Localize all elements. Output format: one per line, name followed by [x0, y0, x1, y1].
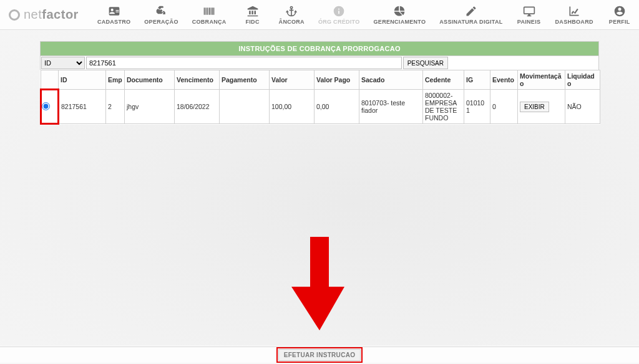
nav-ancora-label: ÂNCORA — [279, 19, 305, 25]
exibir-button[interactable]: EXIBIR — [520, 102, 549, 112]
logo-ring-icon — [9, 9, 20, 21]
efetuar-highlight: EFETUAR INSTRUCAO — [276, 347, 363, 363]
cell-documento: jhgv — [125, 90, 175, 124]
nav-orgcredito-label: ÓRG CRÉDITO — [318, 19, 360, 25]
user-circle-icon — [613, 5, 627, 17]
cell-liquidado: NÃO — [565, 90, 600, 124]
cell-vencimento: 18/06/2022 — [175, 90, 220, 124]
edit-icon — [464, 5, 478, 17]
col-sacado: Sacado — [359, 70, 423, 90]
handshake-icon — [155, 5, 168, 17]
logo-text-1: net — [24, 7, 42, 22]
col-movimentacao: Movimentação — [518, 70, 565, 90]
chart-line-icon — [567, 5, 581, 17]
nav-gerenciamento-label: GERENCIAMENTO — [374, 19, 426, 25]
arrow-down-icon — [291, 237, 348, 330]
nav-cadastro[interactable]: CADASTRO — [91, 4, 137, 26]
search-button[interactable]: PESQUISAR — [403, 57, 448, 69]
col-liquidado: Liquidado — [565, 70, 600, 90]
id-card-icon — [107, 5, 121, 17]
nav-paineis[interactable]: PAINEIS — [510, 4, 548, 26]
search-spacer — [449, 56, 598, 70]
cell-id: 8217561 — [59, 90, 106, 124]
panel-title: INSTRUÇÕES DE COBRANÇA PRORROGACAO — [40, 41, 599, 55]
pie-chart-icon — [393, 5, 406, 17]
nav-assinatura[interactable]: ASSINATURA DIGITAL — [433, 4, 509, 26]
nav-dashboard[interactable]: DASHBOARD — [549, 4, 600, 26]
col-pagamento: Pagamento — [220, 70, 270, 90]
info-icon — [332, 5, 346, 17]
col-id: ID — [59, 70, 106, 90]
col-vencimento: Vencimento — [175, 70, 220, 90]
nav-cadastro-label: CADASTRO — [97, 19, 130, 25]
bank-icon — [246, 5, 260, 17]
nav-perfil[interactable]: PERFIL — [601, 4, 638, 26]
table-row: 8217561 2 jhgv 18/06/2022 100,00 0,00 80… — [41, 90, 600, 124]
nav-operacao-label: OPERAÇÃO — [144, 19, 178, 25]
col-emp: Emp — [106, 70, 125, 90]
nav-ancora[interactable]: ÂNCORA — [273, 4, 311, 26]
nav-menu: CADASTRO OPERAÇÃO COBRANÇA FIDC ÂNCORA Ó… — [89, 4, 638, 26]
cell-evento: 0 — [490, 90, 518, 124]
efetuar-instrucao-button[interactable]: EFETUAR INSTRUCAO — [278, 349, 361, 361]
logo-text-2: factor — [42, 7, 79, 22]
cell-sacado: 8010703- teste fiador — [359, 90, 423, 124]
cell-movimentacao: EXIBIR — [518, 90, 565, 124]
cell-emp: 2 — [106, 90, 125, 124]
nav-gerenciamento[interactable]: GERENCIAMENTO — [368, 4, 432, 26]
col-evento: Evento — [490, 70, 518, 90]
nav-assinatura-label: ASSINATURA DIGITAL — [439, 19, 502, 25]
col-select — [41, 70, 59, 90]
nav-cobranca-label: COBRANÇA — [192, 19, 227, 25]
highlight-arrow — [291, 237, 348, 332]
logo: netfactor — [4, 7, 84, 22]
nav-paineis-label: PAINEIS — [517, 19, 540, 25]
cell-cedente: 8000002- EMPRESA DE TESTE FUNDO — [423, 90, 464, 124]
nav-fidc[interactable]: FIDC — [234, 4, 271, 26]
nav-perfil-label: PERFIL — [609, 19, 630, 25]
col-cedente: Cedente — [423, 70, 464, 90]
footer-bar: EFETUAR INSTRUCAO — [0, 347, 639, 363]
cell-pagamento — [220, 90, 270, 124]
nav-operacao[interactable]: OPERAÇÃO — [138, 4, 184, 26]
nav-cobranca[interactable]: COBRANÇA — [186, 4, 233, 26]
col-documento: Documento — [125, 70, 175, 90]
search-bar: ID PESQUISAR — [40, 55, 599, 70]
cell-select — [41, 90, 59, 124]
cell-ig: 010101 — [464, 90, 490, 124]
col-valor: Valor — [270, 70, 315, 90]
nav-fidc-label: FIDC — [246, 19, 260, 25]
col-valorpago: Valor Pago — [315, 70, 359, 90]
anchor-icon — [285, 5, 298, 17]
col-ig: IG — [464, 70, 490, 90]
table-header-row: ID Emp Documento Vencimento Pagamento Va… — [41, 70, 600, 90]
barcode-icon — [202, 5, 216, 17]
cell-valorpago: 0,00 — [315, 90, 359, 124]
monitor-icon — [522, 5, 536, 17]
search-value-input[interactable] — [86, 57, 402, 69]
data-table: ID Emp Documento Vencimento Pagamento Va… — [40, 70, 600, 125]
top-navigation: netfactor CADASTRO OPERAÇÃO COBRANÇA FID… — [0, 0, 639, 30]
main-content: INSTRUÇÕES DE COBRANÇA PRORROGACAO ID PE… — [0, 30, 639, 125]
nav-dashboard-label: DASHBOARD — [555, 19, 593, 25]
search-field-select[interactable]: ID — [41, 57, 85, 69]
row-radio[interactable] — [42, 102, 50, 110]
nav-orgcredito: ÓRG CRÉDITO — [312, 4, 366, 26]
cell-valor: 100,00 — [270, 90, 315, 124]
